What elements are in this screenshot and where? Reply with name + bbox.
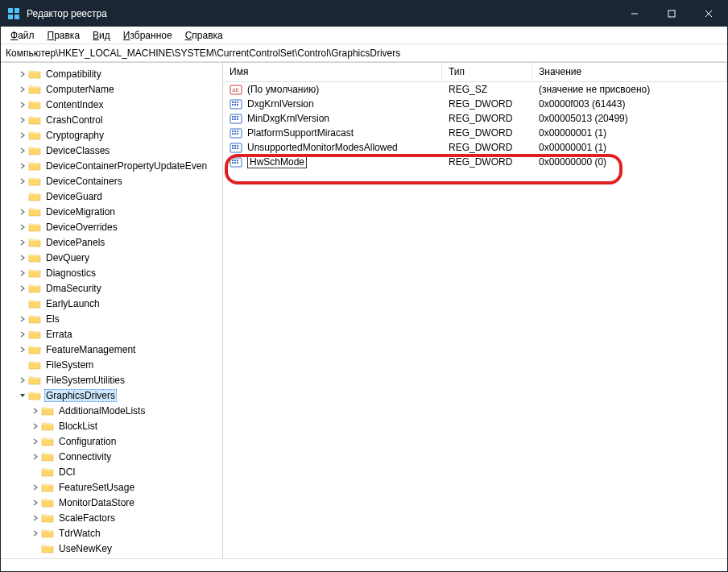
- tree-item[interactable]: CrashControl: [1, 112, 222, 127]
- tree-item[interactable]: AdditionalModeLists: [1, 403, 222, 418]
- tree-item[interactable]: DmaSecurity: [1, 280, 222, 296]
- tree-label: DeviceOverrides: [44, 222, 119, 233]
- folder-icon: [28, 160, 41, 172]
- cell-name: UnsupportedMonitorModesAllowed: [223, 142, 442, 153]
- chevron-right-icon[interactable]: [17, 252, 28, 263]
- tree-item[interactable]: Diagnostics: [1, 265, 222, 280]
- tree-pane[interactable]: CompatibilityComputerNameContentIndexCra…: [1, 63, 223, 558]
- chevron-right-icon[interactable]: [30, 421, 41, 432]
- titlebar[interactable]: Редактор реестра: [1, 1, 727, 27]
- folder-icon: [41, 543, 54, 554]
- chevron-right-icon[interactable]: [30, 512, 41, 524]
- dword-value-icon: [230, 98, 242, 110]
- tree-label: DevQuery: [44, 252, 91, 263]
- list-row[interactable]: UnsupportedMonitorModesAllowedREG_DWORD0…: [223, 140, 727, 155]
- tree-item[interactable]: EarlyLaunch: [1, 296, 222, 311]
- list-row[interactable]: DxgKrnlVersionREG_DWORD0x0000f003 (61443…: [223, 97, 727, 111]
- folder-icon: [41, 466, 54, 478]
- col-header-type[interactable]: Тип: [442, 63, 532, 81]
- chevron-right-icon[interactable]: [30, 528, 41, 539]
- chevron-right-icon[interactable]: [17, 283, 28, 294]
- tree-item[interactable]: Connectivity: [1, 449, 222, 464]
- value-name-edit[interactable]: HwSchMode: [247, 155, 307, 168]
- tree-item[interactable]: Compatibility: [1, 66, 222, 81]
- folder-icon: [28, 114, 41, 126]
- chevron-down-icon[interactable]: [17, 390, 28, 401]
- tree-item[interactable]: DeviceContainerPropertyUpdateEven: [1, 158, 222, 173]
- chevron-right-icon[interactable]: [30, 451, 41, 462]
- close-button[interactable]: [690, 1, 727, 27]
- tree-item[interactable]: GraphicsDrivers: [1, 388, 222, 403]
- address-bar[interactable]: Компьютер\HKEY_LOCAL_MACHINE\SYSTEM\Curr…: [1, 44, 727, 62]
- chevron-right-icon[interactable]: [17, 329, 28, 340]
- chevron-right-icon[interactable]: [30, 482, 41, 493]
- menu-edit[interactable]: Правка: [41, 28, 87, 43]
- tree-item[interactable]: DeviceGuard: [1, 189, 222, 204]
- chevron-right-icon[interactable]: [17, 114, 28, 126]
- tree-item[interactable]: BlockList: [1, 418, 222, 433]
- tree-item[interactable]: DeviceClasses: [1, 143, 222, 158]
- chevron-right-icon[interactable]: [30, 436, 41, 447]
- tree-item[interactable]: TdrWatch: [1, 525, 222, 541]
- tree-item[interactable]: Configuration: [1, 433, 222, 449]
- col-header-value[interactable]: Значение: [532, 63, 727, 81]
- tree-item[interactable]: DevicePanels: [1, 234, 222, 250]
- tree-item[interactable]: DeviceOverrides: [1, 219, 222, 234]
- menu-file[interactable]: Файл: [4, 28, 41, 43]
- chevron-right-icon[interactable]: [17, 145, 28, 156]
- chevron-right-icon[interactable]: [17, 237, 28, 248]
- tree-item[interactable]: UseNewKey: [1, 541, 222, 556]
- chevron-right-icon[interactable]: [17, 267, 28, 279]
- chevron-right-icon[interactable]: [17, 222, 28, 233]
- menu-help[interactable]: Справка: [179, 28, 230, 43]
- list-row[interactable]: HwSchModeREG_DWORD0x00000000 (0): [223, 155, 727, 169]
- col-header-name[interactable]: Имя: [223, 63, 442, 81]
- chevron-right-icon[interactable]: [17, 68, 28, 80]
- list-row[interactable]: PlatformSupportMiracastREG_DWORD0x000000…: [223, 126, 727, 140]
- folder-icon: [28, 176, 41, 187]
- cell-value: 0x0000f003 (61443): [532, 98, 727, 110]
- tree-label: AdditionalModeLists: [57, 405, 147, 417]
- chevron-right-icon[interactable]: [17, 130, 28, 141]
- chevron-right-icon[interactable]: [17, 176, 28, 187]
- window-title: Редактор реестра: [27, 8, 107, 19]
- tree-label: FeatureSetUsage: [57, 482, 136, 493]
- menu-view[interactable]: Вид: [86, 28, 117, 43]
- tree-item[interactable]: GroupOrderList: [1, 556, 222, 558]
- list-row[interactable]: (По умолчанию)REG_SZ(значение не присвое…: [223, 82, 727, 97]
- chevron-right-icon[interactable]: [17, 84, 28, 95]
- chevron-right-icon[interactable]: [17, 344, 28, 355]
- cell-name: DxgKrnlVersion: [223, 98, 442, 110]
- tree-item[interactable]: FeatureManagement: [1, 342, 222, 357]
- tree-item[interactable]: DCI: [1, 464, 222, 479]
- tree-item[interactable]: ScaleFactors: [1, 510, 222, 525]
- tree-item[interactable]: DevQuery: [1, 250, 222, 265]
- list-pane[interactable]: Имя Тип Значение (По умолчанию)REG_SZ(зн…: [223, 63, 727, 558]
- tree-item[interactable]: ComputerName: [1, 81, 222, 97]
- tree-item[interactable]: DeviceMigration: [1, 204, 222, 219]
- tree-item[interactable]: Errata: [1, 326, 222, 342]
- menu-favorites[interactable]: Избранное: [117, 28, 179, 43]
- tree-item[interactable]: FeatureSetUsage: [1, 479, 222, 495]
- tree-item[interactable]: ContentIndex: [1, 97, 222, 112]
- value-name: PlatformSupportMiracast: [247, 127, 354, 139]
- folder-icon: [28, 99, 41, 110]
- maximize-button[interactable]: [653, 1, 690, 27]
- list-row[interactable]: MinDxgKrnlVersionREG_DWORD0x00005013 (20…: [223, 111, 727, 126]
- chevron-right-icon[interactable]: [17, 206, 28, 218]
- chevron-right-icon[interactable]: [17, 160, 28, 172]
- tree-item[interactable]: Els: [1, 311, 222, 326]
- chevron-right-icon[interactable]: [17, 99, 28, 110]
- tree-item[interactable]: FileSystemUtilities: [1, 372, 222, 388]
- chevron-right-icon[interactable]: [17, 313, 28, 325]
- list-body: (По умолчанию)REG_SZ(значение не присвое…: [223, 82, 727, 169]
- minimize-button[interactable]: [616, 1, 653, 27]
- tree-item[interactable]: DeviceContainers: [1, 173, 222, 189]
- tree-item[interactable]: FileSystem: [1, 357, 222, 372]
- tree-item[interactable]: MonitorDataStore: [1, 495, 222, 510]
- folder-icon: [41, 405, 54, 417]
- chevron-right-icon[interactable]: [30, 497, 41, 508]
- tree-item[interactable]: Cryptography: [1, 127, 222, 143]
- chevron-right-icon[interactable]: [17, 375, 28, 386]
- chevron-right-icon[interactable]: [30, 405, 41, 417]
